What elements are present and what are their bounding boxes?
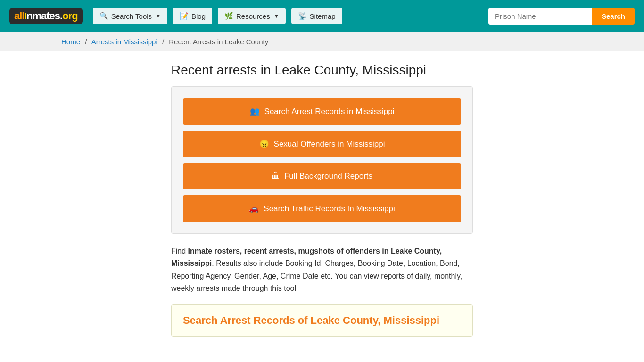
breadcrumb: Home / Arrests in Mississippi / Recent A… — [0, 32, 644, 51]
main-content: Recent arrests in Leake County, Mississi… — [110, 51, 534, 348]
background-reports-icon: 🏛 — [272, 172, 280, 181]
page-description: Find Inmate rosters, recent arrests, mug… — [171, 245, 473, 295]
resources-button[interactable]: 🌿 Resources ▼ — [218, 8, 286, 24]
background-reports-label: Full Background Reports — [284, 172, 372, 181]
logo-text: allInmates.org — [14, 10, 78, 22]
chevron-down-icon-resources: ▼ — [274, 13, 279, 19]
page-title: Recent arrests in Leake County, Mississi… — [171, 63, 473, 78]
description-rest: . Results also include Booking Id, Charg… — [171, 259, 462, 292]
breadcrumb-sep1: / — [85, 38, 87, 46]
sex-offenders-button[interactable]: 😠 Sexual Offenders in Mississippi — [183, 131, 461, 157]
blog-icon: 📝 — [180, 12, 189, 20]
arrest-records-icon: 👥 — [250, 107, 260, 116]
search-records-section: Search Arrest Records of Leake County, M… — [171, 304, 473, 337]
breadcrumb-sep2: / — [162, 38, 164, 46]
arrest-records-label: Search Arrest Records in Mississippi — [264, 107, 395, 116]
sitemap-label: Sitemap — [310, 12, 336, 20]
sex-offenders-label: Sexual Offenders in Mississippi — [274, 140, 385, 149]
chevron-down-icon: ▼ — [156, 13, 161, 19]
traffic-records-label: Search Traffic Records In Mississippi — [264, 204, 395, 214]
search-records-title: Search Arrest Records of Leake County, M… — [183, 314, 461, 327]
background-reports-button[interactable]: 🏛 Full Background Reports — [183, 163, 461, 189]
logo[interactable]: allInmates.org — [9, 8, 83, 24]
prison-name-input[interactable] — [488, 8, 592, 25]
search-tools-label: Search Tools — [111, 12, 152, 20]
search-tools-button[interactable]: 🔍 Search Tools ▼ — [93, 8, 167, 24]
action-buttons-card: 👥 Search Arrest Records in Mississippi 😠… — [171, 86, 473, 234]
sex-offenders-icon: 😠 — [259, 139, 269, 149]
sitemap-button[interactable]: 📡 Sitemap — [291, 8, 342, 24]
resources-label: Resources — [236, 12, 270, 20]
prison-search-button[interactable]: Search — [592, 8, 635, 25]
traffic-records-icon: 🚗 — [249, 204, 259, 214]
resources-icon: 🌿 — [224, 12, 233, 20]
description-plain: Find — [171, 247, 188, 255]
traffic-records-button[interactable]: 🚗 Search Traffic Records In Mississippi — [183, 195, 461, 222]
arrest-records-button[interactable]: 👥 Search Arrest Records in Mississippi — [183, 98, 461, 125]
sitemap-icon: 📡 — [298, 12, 307, 20]
header: allInmates.org 🔍 Search Tools ▼ 📝 Blog 🌿… — [0, 0, 644, 32]
breadcrumb-current: Recent Arrests in Leake County — [169, 38, 268, 46]
blog-label: Blog — [191, 12, 206, 20]
prison-search-form: Search — [488, 8, 635, 25]
search-icon: 🔍 — [99, 12, 108, 20]
breadcrumb-home[interactable]: Home — [61, 38, 80, 46]
breadcrumb-arrests[interactable]: Arrests in Mississippi — [91, 38, 157, 46]
blog-button[interactable]: 📝 Blog — [173, 8, 212, 24]
